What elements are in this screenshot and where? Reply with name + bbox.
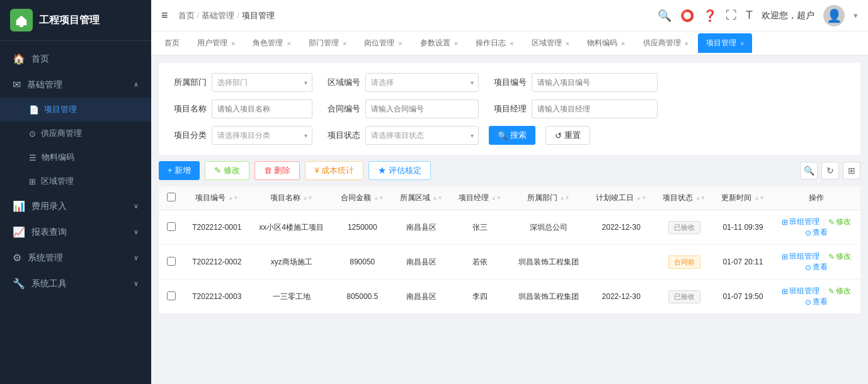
td-status-2: 合同前 (655, 245, 714, 280)
tab-region-close[interactable]: × (566, 40, 569, 47)
tab-dept-close[interactable]: × (343, 40, 346, 47)
th-contract-amount[interactable]: 合同金额 ▲▼ (333, 186, 392, 210)
op-view-3[interactable]: ⊙ 查看 (805, 296, 828, 307)
select-all-checkbox[interactable] (167, 193, 176, 201)
th-region[interactable]: 所属区域 ▲▼ (392, 186, 450, 210)
tab-roles-close[interactable]: × (287, 40, 290, 47)
contract-no-label: 合同编号 (323, 103, 360, 115)
sidebar-item-project-label: 项目管理 (44, 104, 77, 115)
sidebar-item-material[interactable]: ☰ 物料编码 (0, 145, 151, 169)
op-group-2[interactable]: ⊞ 班组管理 (782, 251, 819, 262)
tab-params-close[interactable]: × (454, 40, 458, 47)
tab-material[interactable]: 物料编码 × (579, 33, 633, 53)
table-row: T202212-0002 xyz商场施工 890050 南昌县区 若依 圳昌装饰… (159, 245, 860, 280)
th-project-name[interactable]: 项目名称 ▲▼ (250, 186, 333, 210)
help-icon[interactable]: ❓ (703, 9, 717, 23)
user-dropdown-icon[interactable]: ▾ (854, 11, 858, 20)
td-project-no-2: T202212-0002 (184, 245, 250, 280)
sidebar-group-cost-header[interactable]: 📊 费用录入 ∨ (0, 193, 151, 219)
dept-select[interactable]: 选择部门 (212, 73, 312, 92)
sidebar-nav: 🏠 首页 ✉ 基础管理 ∧ 📄 项目管理 ⊙ 供应商管理 ☰ 物料编 (0, 41, 151, 384)
add-button[interactable]: + 新增 (159, 161, 200, 180)
op-group-3[interactable]: ⊞ 班组管理 (782, 286, 819, 296)
sidebar-item-supplier[interactable]: ⊙ 供应商管理 (0, 121, 151, 145)
td-region-1: 南昌县区 (392, 210, 450, 245)
fullscreen-icon[interactable]: ⛶ (726, 9, 737, 22)
contract-no-input[interactable] (365, 99, 479, 118)
project-category-select[interactable]: 请选择项目分类 (212, 126, 312, 145)
op-modify-3[interactable]: ✎ 修改 (828, 286, 851, 296)
tab-dept[interactable]: 部门管理 × (300, 33, 355, 53)
project-status-select-wrap: 请选择项目状态 (365, 126, 479, 145)
status-badge-3: 已验收 (668, 290, 700, 303)
tab-users-close[interactable]: × (231, 40, 235, 47)
reset-button[interactable]: ↺ 重置 (545, 126, 590, 145)
project-no-input[interactable] (532, 73, 658, 92)
tab-supplier-close[interactable]: × (685, 40, 688, 47)
font-icon[interactable]: T (746, 9, 753, 22)
th-status[interactable]: 项目状态 ▲▼ (655, 186, 714, 210)
tab-users[interactable]: 用户管理 × (189, 33, 243, 53)
op-modify-2[interactable]: ✎ 修改 (828, 251, 851, 262)
sidebar-item-home[interactable]: 🏠 首页 (0, 46, 151, 72)
sidebar-group-system-header[interactable]: ⚙ 系统管理 ∨ (0, 245, 151, 271)
table-header-row: 项目编号 ▲▼ 项目名称 ▲▼ 合同金额 (159, 186, 860, 210)
row-checkbox-3[interactable] (167, 291, 176, 300)
th-manager[interactable]: 项目经理 ▲▼ (450, 186, 509, 210)
project-manager-input[interactable] (532, 99, 658, 118)
project-name-input[interactable] (212, 99, 312, 118)
th-dept[interactable]: 所属部门 ▲▼ (509, 186, 588, 210)
cost-button[interactable]: ¥ 成本统计 (305, 161, 363, 180)
op-view-1[interactable]: ⊙ 查看 (805, 227, 828, 238)
row-checkbox-2[interactable] (167, 257, 176, 266)
tab-supplier[interactable]: 供应商管理 × (635, 33, 697, 53)
search-button[interactable]: 🔍 搜索 (489, 126, 535, 145)
op-group-1[interactable]: ⊞ 班组管理 (782, 217, 819, 227)
sidebar-group-basic-header[interactable]: ✉ 基础管理 ∧ (0, 72, 151, 98)
sidebar-item-project[interactable]: 📄 项目管理 (0, 98, 151, 121)
table-search-btn[interactable]: 🔍 (800, 162, 818, 179)
search-icon[interactable]: 🔍 (658, 9, 671, 23)
table-refresh-btn[interactable]: ↻ (821, 162, 839, 179)
td-manager-2: 若依 (450, 245, 509, 280)
op-view-2[interactable]: ⊙ 查看 (805, 262, 828, 273)
th-project-no[interactable]: 项目编号 ▲▼ (184, 186, 250, 210)
breadcrumb-home[interactable]: 首页 (178, 10, 195, 21)
project-category-field: 项目分类 请选择项目分类 (169, 126, 312, 145)
table-columns-btn[interactable]: ⊞ (843, 162, 860, 179)
th-update-time[interactable]: 更新时间 ▲▼ (714, 186, 772, 210)
tab-project[interactable]: 项目管理 × (698, 33, 752, 53)
op-modify-1[interactable]: ✎ 修改 (828, 217, 851, 227)
region-select[interactable]: 请选择 (365, 73, 479, 92)
tab-home[interactable]: 首页 (156, 33, 188, 53)
tab-material-close[interactable]: × (621, 40, 625, 47)
menu-toggle-icon[interactable]: ≡ (161, 9, 168, 22)
sidebar-group-report-header[interactable]: 📈 报表查询 ∨ (0, 219, 151, 245)
github-icon[interactable]: ⭕ (680, 9, 694, 23)
tab-region[interactable]: 区域管理 × (523, 33, 578, 53)
tab-project-close[interactable]: × (740, 40, 744, 47)
search-btn-label: 搜索 (510, 130, 527, 141)
sort-project-name-icon: ▲▼ (303, 196, 313, 201)
th-plan-finish[interactable]: 计划竣工日 ▲▼ (588, 186, 655, 210)
project-status-select[interactable]: 请选择项目状态 (365, 126, 479, 145)
action-left: + 新增 ✎ 修改 🗑 删除 ¥ 成本统计 ★ 评估核定 (159, 161, 431, 180)
sidebar-group-report: 📈 报表查询 ∨ (0, 219, 151, 245)
delete-button[interactable]: 🗑 删除 (254, 161, 300, 180)
tab-log[interactable]: 操作日志 × (467, 33, 522, 53)
row-checkbox-1[interactable] (167, 222, 176, 231)
tab-post-close[interactable]: × (398, 40, 402, 47)
tab-roles[interactable]: 角色管理 × (244, 33, 299, 53)
sidebar-group-tools-header[interactable]: 🔧 系统工具 ∨ (0, 271, 151, 296)
td-checkbox-3 (159, 280, 184, 314)
tab-log-close[interactable]: × (510, 40, 513, 47)
breadcrumb-basic[interactable]: 基础管理 (202, 10, 234, 21)
tab-params[interactable]: 参数设置 × (412, 33, 466, 53)
td-dept-1: 深圳总公司 (509, 210, 588, 245)
tab-post[interactable]: 岗位管理 × (356, 33, 410, 53)
sidebar-item-region[interactable]: ⊞ 区域管理 (0, 169, 151, 193)
sidebar-item-supplier-label: 供应商管理 (41, 128, 82, 139)
edit-button[interactable]: ✎ 修改 (205, 161, 249, 180)
report-chevron-icon: ∨ (134, 228, 139, 236)
eval-button[interactable]: ★ 评估核定 (368, 161, 431, 180)
